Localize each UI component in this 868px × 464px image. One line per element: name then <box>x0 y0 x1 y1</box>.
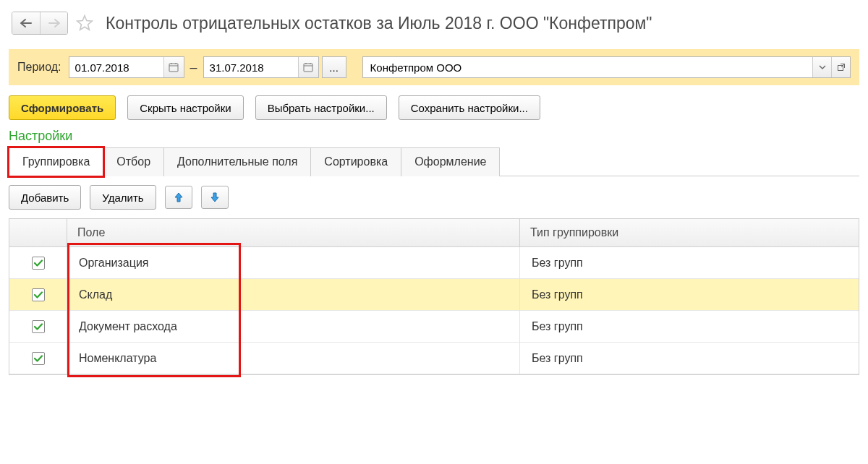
organization-input[interactable] <box>363 57 812 77</box>
table-row[interactable]: НоменклатураБез групп <box>9 343 859 374</box>
row-field-cell: Документ расхода <box>67 311 520 342</box>
move-down-button[interactable] <box>201 186 229 209</box>
tab-0[interactable]: Группировка <box>9 147 103 176</box>
date-separator: – <box>187 60 200 75</box>
period-label: Период: <box>17 61 61 74</box>
organization-dropdown-button[interactable] <box>812 57 831 77</box>
date-to-input[interactable] <box>204 57 298 77</box>
row-checkbox[interactable] <box>32 288 45 301</box>
table-row[interactable]: Документ расходаБез групп <box>9 311 859 343</box>
row-type-cell: Без групп <box>520 247 859 278</box>
table-row[interactable]: СкладБез групп <box>9 279 859 311</box>
row-check-cell <box>9 247 67 278</box>
chevron-down-icon <box>819 65 826 69</box>
row-type-cell: Без групп <box>520 279 859 310</box>
delete-button[interactable]: Удалить <box>90 185 156 210</box>
calendar-icon <box>169 62 179 72</box>
row-check-cell <box>9 343 67 374</box>
row-check-cell <box>9 311 67 342</box>
svg-rect-0 <box>169 64 178 72</box>
tab-2[interactable]: Дополнительные поля <box>163 147 311 176</box>
arrow-down-icon <box>210 192 220 203</box>
actions-row: Сформировать Скрыть настройки Выбрать на… <box>0 85 868 124</box>
row-checkbox[interactable] <box>32 320 45 333</box>
star-icon <box>75 14 94 33</box>
table-header: Поле Тип группировки <box>9 219 859 247</box>
grouping-toolbar: Добавить Удалить <box>0 176 868 218</box>
period-bar: Период: – ... <box>9 49 859 85</box>
column-header-field: Поле <box>67 219 520 246</box>
table-row[interactable]: ОрганизацияБез групп <box>9 247 859 279</box>
choose-settings-button[interactable]: Выбрать настройки... <box>255 95 387 120</box>
column-header-type: Тип группировки <box>520 219 859 246</box>
period-options-button[interactable]: ... <box>322 56 346 78</box>
organization-open-button[interactable] <box>831 57 850 77</box>
date-from-input[interactable] <box>69 57 163 77</box>
move-up-button[interactable] <box>165 186 192 209</box>
date-to-calendar-button[interactable] <box>298 57 318 77</box>
checkmark-icon <box>33 290 43 300</box>
settings-heading: Настройки <box>0 124 868 147</box>
row-type-cell: Без групп <box>520 343 859 374</box>
checkmark-icon <box>33 353 43 364</box>
nav-back-button[interactable] <box>12 12 40 34</box>
add-button[interactable]: Добавить <box>9 185 81 210</box>
arrow-up-icon <box>174 192 184 203</box>
row-field-cell: Организация <box>67 247 520 278</box>
favorite-button[interactable] <box>74 12 95 34</box>
page-title: Контроль отрицательных остатков за Июль … <box>106 14 652 33</box>
row-check-cell <box>9 279 67 310</box>
tabs: ГруппировкаОтборДополнительные поляСорти… <box>9 147 859 176</box>
tab-1[interactable]: Отбор <box>103 147 164 176</box>
nav-forward-button[interactable] <box>40 12 67 34</box>
row-checkbox[interactable] <box>32 257 45 270</box>
column-header-check <box>9 219 67 246</box>
calendar-icon <box>303 62 313 72</box>
date-to-group <box>203 56 319 78</box>
date-from-calendar-button[interactable] <box>163 57 184 77</box>
row-field-cell: Склад <box>67 279 520 310</box>
hide-settings-button[interactable]: Скрыть настройки <box>127 95 243 120</box>
nav-button-group <box>12 12 68 35</box>
row-checkbox[interactable] <box>32 352 45 365</box>
checkmark-icon <box>33 258 43 268</box>
arrow-right-icon <box>48 18 61 28</box>
arrow-left-icon <box>20 18 33 28</box>
svg-rect-4 <box>304 64 312 72</box>
checkmark-icon <box>33 322 43 332</box>
row-field-cell: Номенклатура <box>67 343 520 374</box>
external-link-icon <box>837 63 846 72</box>
organization-input-group <box>362 56 851 78</box>
grouping-table: Поле Тип группировки ОрганизацияБез груп… <box>9 218 859 375</box>
tab-3[interactable]: Сортировка <box>310 147 401 176</box>
tab-4[interactable]: Оформление <box>401 147 500 176</box>
row-type-cell: Без групп <box>520 311 859 342</box>
date-from-group <box>69 56 184 78</box>
save-settings-button[interactable]: Сохранить настройки... <box>399 95 540 120</box>
generate-button[interactable]: Сформировать <box>9 95 116 120</box>
